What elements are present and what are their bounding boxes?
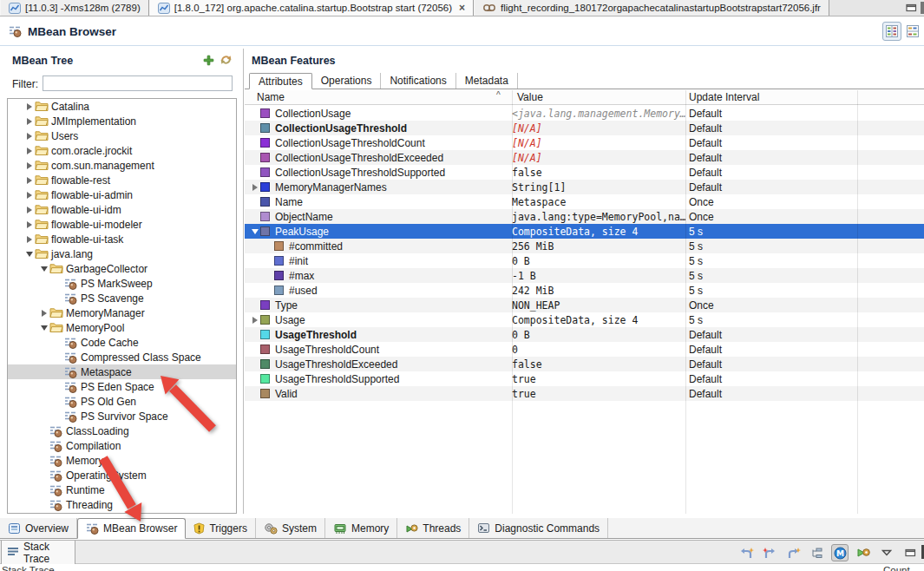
tree-item-compilation[interactable]: Compilation [8,438,236,453]
tree-item-threading[interactable]: Threading [8,497,236,512]
close-tab-icon[interactable]: × [459,2,465,14]
tree-item-users[interactable]: Users [8,128,236,143]
page-tab-diagnostic-commands[interactable]: Diagnostic Commands [469,518,608,538]
tab-operations[interactable]: Operations [312,73,382,89]
column-header-update-interval[interactable]: Update Interval [689,91,759,103]
attribute-row-usagethresholdexceeded[interactable]: UsageThresholdExceededfalseDefault [245,357,924,371]
tree-item-operatingsystem[interactable]: OperatingSystem [8,468,236,482]
attribute-row-valid[interactable]: ValidtrueDefault [245,386,924,401]
tree-item-ps-survivor-space[interactable]: PS Survivor Space [8,409,236,423]
tree-item-ps-marksweep[interactable]: PS MarkSweep [8,276,236,291]
page-tab-memory[interactable]: Memory [325,518,397,538]
expand-arrow-icon[interactable] [38,310,49,317]
tree-item-flowable-ui-task[interactable]: flowable-ui-task [8,232,236,246]
attribute-row-objectname[interactable]: ObjectNamejava.lang:type=MemoryPool,na…O… [245,209,924,224]
tree-item-metaspace[interactable]: Metaspace [8,364,236,379]
table-layout-button[interactable] [882,22,901,41]
expand-arrow-icon[interactable] [250,317,260,324]
tree-item-memory[interactable]: Memory [8,453,236,468]
window-tab-1[interactable]: [1.8.0_172] org.apache.catalina.startup.… [149,0,474,16]
attribute-row-usage[interactable]: UsageCompositeData, size 45 s [245,312,924,327]
page-tab-system[interactable]: System [256,518,325,538]
attribute-row-collectionusagethresholdcount[interactable]: CollectionUsageThresholdCount[N/A]Defaul… [245,135,924,150]
attribute-row-usagethreshold[interactable]: UsageThreshold0 BDefault [245,327,924,342]
stack-trace-tab[interactable]: Stack Trace [1,541,75,564]
tree-item-memorypool[interactable]: MemoryPool [8,320,236,335]
tree-item-classloading[interactable]: ClassLoading [8,423,236,438]
method-profiling-button[interactable]: M [831,544,849,561]
tree-item-flowable-rest[interactable]: flowable-rest [8,173,236,187]
attribute-row-type[interactable]: TypeNON_HEAPOnce [245,298,924,312]
expand-arrow-icon[interactable] [23,103,35,110]
expand-arrow-icon[interactable] [23,177,35,184]
expand-arrow-icon[interactable] [23,162,35,169]
attribute-row-collectionusage[interactable]: CollectionUsage<java.lang.management.Mem… [245,106,924,121]
page-tab-threads[interactable]: Threads [397,518,469,538]
add-attribute-button[interactable] [203,54,214,66]
collapse-arrow-icon[interactable] [38,266,49,272]
column-header-value[interactable]: Value [517,91,543,103]
filter-input[interactable] [43,75,233,91]
expand-arrow-icon[interactable] [23,207,35,213]
next-frame-button[interactable] [784,544,802,561]
collapse-arrow-icon[interactable] [38,325,49,331]
reset-frame-button[interactable] [761,544,778,561]
tree-item-flowable-ui-modeler[interactable]: flowable-ui-modeler [8,217,236,232]
page-tab-triggers[interactable]: Triggers [186,518,256,538]
tree-item-flowable-ui-admin[interactable]: flowable-ui-admin [8,187,236,202]
expand-arrow-icon[interactable] [23,221,35,228]
window-tab-2[interactable]: flight_recording_180172orgapachecatalina… [474,0,829,16]
tab-notifications[interactable]: Notifications [381,73,455,89]
run-gear-button[interactable] [855,544,872,561]
attribute-row--init[interactable]: #init0 B5 s [245,253,924,268]
expand-arrow-icon[interactable] [250,184,260,191]
attribute-row-name[interactable]: NameMetaspaceOnce [245,194,924,209]
page-tab-overview[interactable]: Overview [0,518,77,538]
page-tab-mbean-browser[interactable]: MBean Browser [77,518,186,539]
attribute-row-usagethresholdsupported[interactable]: UsageThresholdSupportedtrueDefault [245,371,924,386]
tree-item-ps-scavenge[interactable]: PS Scavenge [8,291,236,305]
expand-arrow-icon[interactable] [23,236,35,243]
collapse-arrow-icon[interactable] [250,229,260,234]
attribute-row--used[interactable]: #used242 MiB5 s [245,283,924,298]
tree-item-catalina[interactable]: Catalina [8,99,236,114]
expand-arrow-icon[interactable] [23,148,35,154]
tree-item-java-lang[interactable]: java.lang [8,246,236,261]
column-separator[interactable] [685,90,686,514]
attribute-row-collectionusagethresholdexceeded[interactable]: CollectionUsageThresholdExceeded[N/A]Def… [245,150,924,165]
tree-item-code-cache[interactable]: Code Cache [8,335,236,350]
attribute-row--committed[interactable]: #committed256 MiB5 s [245,239,924,253]
window-tab-0[interactable]: [11.0.3] -Xms128m (2789) [0,0,149,16]
attribute-row-collectionusagethresholdsupported[interactable]: CollectionUsageThresholdSupportedfalseDe… [245,165,924,180]
minimize-button[interactable] [901,544,919,561]
expand-arrow-icon[interactable] [23,133,35,140]
expand-arrow-icon[interactable] [23,118,35,125]
attribute-row-memorymanagernames[interactable]: MemoryManagerNamesString[1]Default [245,180,924,194]
prev-frame-button[interactable] [737,544,755,561]
expand-arrow-icon[interactable] [23,192,35,199]
tree-item-runtime[interactable]: Runtime [8,482,236,497]
tab-attributes[interactable]: Attributes [249,73,312,89]
tree-item-flowable-ui-idm[interactable]: flowable-ui-idm [8,202,236,217]
tab-metadata[interactable]: Metadata [456,73,518,89]
column-separator[interactable] [512,90,513,514]
collapse-arrow-icon[interactable] [23,252,35,257]
refresh-button[interactable] [220,54,233,66]
tree-item-com-sun-management[interactable]: com.sun.management [8,158,236,173]
tree-item-memorymanager[interactable]: MemoryManager [8,305,236,320]
tree-item-garbagecollector[interactable]: GarbageCollector [8,261,236,276]
minimize-icon[interactable] [906,3,917,12]
table-layout-alt-button[interactable] [903,22,922,41]
attribute-row-peakusage[interactable]: PeakUsageCompositeData, size 45 s [245,224,924,239]
attribute-row-usagethresholdcount[interactable]: UsageThresholdCount0Default [245,342,924,357]
column-separator[interactable] [857,90,858,514]
column-header-name[interactable]: Name [257,91,285,103]
attribute-row-collectionusagethreshold[interactable]: CollectionUsageThreshold[N/A]Default [245,121,924,135]
tree-item-ps-eden-space[interactable]: PS Eden Space [8,379,236,394]
tree-item-com-oracle-jrockit[interactable]: com.oracle.jrockit [8,143,236,158]
tree-item-jmimplementation[interactable]: JMImplementation [8,114,236,128]
attribute-row--max[interactable]: #max-1 B5 s [245,268,924,283]
tree-item-ps-old-gen[interactable]: PS Old Gen [8,394,236,409]
dropdown-arrow-button[interactable] [878,544,895,561]
tree-layout-button[interactable] [808,544,825,561]
